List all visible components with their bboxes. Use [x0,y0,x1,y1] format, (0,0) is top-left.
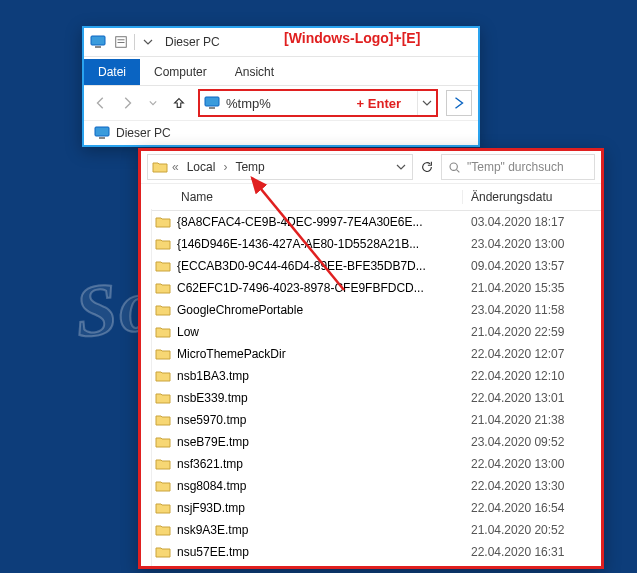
file-name: MicroThemePackDir [177,347,463,361]
qat-dropdown-icon[interactable] [139,33,157,51]
refresh-button[interactable] [417,157,437,177]
folder-icon [152,159,168,175]
file-name: Low [177,325,463,339]
folder-icon [155,500,171,516]
chevron-left-icon[interactable]: « [170,160,181,174]
file-date: 22.04.2020 13:01 [463,391,601,405]
table-row[interactable]: nse5970.tmp21.04.2020 21:38 [141,409,601,431]
file-name: nsf3621.tmp [177,457,463,471]
file-name: nsjF93D.tmp [177,501,463,515]
nav-bar: %tmp% + Enter [84,85,478,120]
qat-separator [134,34,135,50]
tab-file[interactable]: Datei [84,59,140,85]
tree-item-this-pc[interactable]: Dieser PC [116,126,171,140]
window-title: Dieser PC [165,35,220,49]
table-row[interactable]: nseB79E.tmp23.04.2020 09:52 [141,431,601,453]
explorer-window-temp: « Local › Temp "Temp" durchsuch Name Änd… [138,148,604,569]
column-headers: Name Änderungsdatu [141,184,601,211]
file-date: 23.04.2020 13:00 [463,237,601,251]
hotkey-annotation: [Windows-Logo]+[E] [284,30,420,46]
table-row[interactable]: nsjF93D.tmp22.04.2020 16:54 [141,497,601,519]
breadcrumb-dropdown-icon[interactable] [394,162,408,172]
folder-icon [155,258,171,274]
breadcrumb-temp[interactable]: Temp [231,158,268,176]
address-bar[interactable]: %tmp% [200,95,341,111]
table-row[interactable]: nsk9A3E.tmp21.04.2020 20:52 [141,519,601,541]
this-pc-icon [90,34,106,50]
folder-icon [155,456,171,472]
file-date: 21.04.2020 15:35 [463,281,601,295]
folder-icon [155,544,171,560]
file-name: nse5970.tmp [177,413,463,427]
column-header-name[interactable]: Name [177,190,463,204]
folder-icon [155,280,171,296]
file-date: 21.04.2020 21:38 [463,413,601,427]
forward-button[interactable] [116,92,138,114]
address-bar-highlight: %tmp% + Enter [198,89,438,117]
folder-icon [155,434,171,450]
file-date: 21.04.2020 22:59 [463,325,601,339]
table-row[interactable]: C62EFC1D-7496-4023-8978-CFE9FBFDCD...21.… [141,277,601,299]
table-row[interactable]: nsg8084.tmp22.04.2020 13:30 [141,475,601,497]
search-placeholder: "Temp" durchsuch [467,160,564,174]
recent-dropdown-icon[interactable] [142,92,164,114]
file-date: 22.04.2020 13:30 [463,479,601,493]
table-row[interactable]: nsbE339.tmp22.04.2020 13:01 [141,387,601,409]
breadcrumb-local[interactable]: Local [183,158,220,176]
table-row[interactable]: {146D946E-1436-427A-AE80-1D5528A21B...23… [141,233,601,255]
table-row[interactable]: MicroThemePackDir22.04.2020 12:07 [141,343,601,365]
nav-tree-strip: Dieser PC [84,120,478,145]
folder-icon [155,214,171,230]
folder-icon [155,390,171,406]
file-date: 23.04.2020 09:52 [463,435,601,449]
folder-icon [155,236,171,252]
svg-rect-4 [118,42,125,43]
table-row[interactable]: GoogleChromePortable23.04.2020 11:58 [141,299,601,321]
folder-icon [155,368,171,384]
folder-icon [155,522,171,538]
svg-rect-3 [118,39,125,40]
file-name: C62EFC1D-7496-4023-8978-CFE9FBFDCD... [177,281,463,295]
qat-properties-icon[interactable] [112,33,130,51]
file-date: 22.04.2020 13:00 [463,457,601,471]
up-button[interactable] [168,92,190,114]
folder-icon [155,412,171,428]
chevron-right-icon: › [221,160,229,174]
nav-pane-gutter [141,209,152,566]
table-row[interactable]: nsu57EE.tmp22.04.2020 16:31 [141,541,601,563]
file-name: nsg8084.tmp [177,479,463,493]
file-date: 22.04.2020 12:07 [463,347,601,361]
table-row[interactable]: {ECCAB3D0-9C44-46D4-89EE-BFE35DB7D...09.… [141,255,601,277]
svg-rect-7 [95,127,109,136]
svg-point-9 [450,163,457,170]
breadcrumb[interactable]: « Local › Temp [147,154,413,180]
file-date: 22.04.2020 16:54 [463,501,601,515]
table-row[interactable]: {8A8CFAC4-CE9B-4DEC-9997-7E4A30E6E...03.… [141,211,601,233]
svg-rect-5 [205,97,219,106]
file-name: GoogleChromePortable [177,303,463,317]
search-icon [448,161,461,174]
tab-view[interactable]: Ansicht [221,59,288,85]
svg-line-10 [457,169,460,172]
table-row[interactable]: nsb1BA3.tmp22.04.2020 12:10 [141,365,601,387]
folder-icon [155,346,171,362]
file-date: 09.04.2020 13:57 [463,259,601,273]
go-button[interactable] [446,90,472,116]
table-row[interactable]: Low21.04.2020 22:59 [141,321,601,343]
enter-annotation: + Enter [341,96,417,111]
tab-computer[interactable]: Computer [140,59,221,85]
file-name: nsb1BA3.tmp [177,369,463,383]
this-pc-icon [94,125,110,141]
ribbon-tabs: Datei Computer Ansicht [84,57,478,85]
svg-rect-6 [209,107,215,109]
search-input[interactable]: "Temp" durchsuch [441,154,595,180]
address-history-dropdown[interactable] [417,91,436,115]
back-button[interactable] [90,92,112,114]
file-name: {ECCAB3D0-9C44-46D4-89EE-BFE35DB7D... [177,259,463,273]
folder-icon [155,302,171,318]
nav-bar: « Local › Temp "Temp" durchsuch [141,151,601,184]
column-header-modified[interactable]: Änderungsdatu [463,190,601,204]
file-list[interactable]: {8A8CFAC4-CE9B-4DEC-9997-7E4A30E6E...03.… [141,211,601,563]
this-pc-icon [204,95,220,111]
table-row[interactable]: nsf3621.tmp22.04.2020 13:00 [141,453,601,475]
